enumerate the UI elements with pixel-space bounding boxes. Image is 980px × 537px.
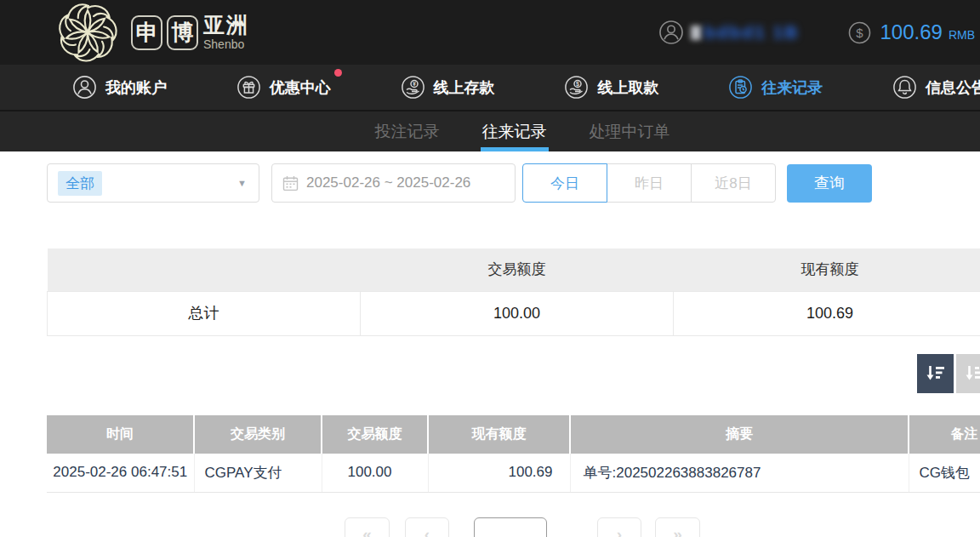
col-note: 备注 <box>909 415 980 454</box>
summary-header-transaction: 交易额度 <box>361 249 674 291</box>
cell-balance: 100.69 <box>428 454 570 493</box>
nav-item-my-account[interactable]: 我的账户 <box>72 75 167 100</box>
deposit-icon: ¥ <box>401 75 425 100</box>
calendar-icon <box>282 175 299 191</box>
balance-currency: RMB <box>949 28 975 42</box>
summary-total-transaction: 100.00 <box>361 291 674 335</box>
top-header: 申 博 亚洲 Shenbo bdbd1 1B $ 100.69 <box>0 0 980 65</box>
withdraw-icon: $ <box>564 75 589 100</box>
nav-label: 优惠中心 <box>270 77 331 98</box>
svg-text:¥: ¥ <box>413 81 416 87</box>
tab-transaction-records[interactable]: 往来记录 <box>481 111 549 151</box>
first-page-button[interactable]: « <box>345 517 390 537</box>
table-row: 2025-02-26 06:47:51 CGPAY支付 100.00 100.6… <box>47 454 980 493</box>
dollar-icon: $ <box>848 21 871 44</box>
record-tabs: 投注记录 往来记录 处理中订单 <box>0 110 980 151</box>
nav-item-promotions[interactable]: 优惠中心 <box>236 75 331 100</box>
nav-item-transaction-records[interactable]: 往来记录 <box>728 75 823 100</box>
sort-descending-button[interactable] <box>917 354 954 393</box>
summary-header-balance: 现有额度 <box>674 249 980 291</box>
summary-header-row: 交易额度 现有额度 <box>48 249 980 291</box>
svg-text:$: $ <box>576 81 579 88</box>
type-select[interactable]: 全部 ▼ <box>47 163 259 203</box>
summary-table: 交易额度 现有额度 总计 100.00 100.69 <box>47 249 980 336</box>
logo-char-shen: 申 <box>131 15 162 50</box>
sort-controls <box>47 354 980 393</box>
sort-descending-icon <box>926 363 946 384</box>
table-header-row: 时间 交易类别 交易额度 现有额度 摘要 备注 <box>47 415 980 454</box>
col-balance: 现有额度 <box>428 415 570 454</box>
main-nav: 我的账户 优惠中心 <box>0 65 980 110</box>
type-select-value: 全部 <box>58 171 102 196</box>
today-button[interactable]: 今日 <box>522 163 607 203</box>
col-type: 交易类别 <box>194 415 322 454</box>
summary-total-row: 总计 100.00 100.69 <box>48 291 980 335</box>
records-icon <box>728 75 753 100</box>
user-avatar-icon <box>658 20 684 45</box>
sort-ascending-icon <box>965 363 980 384</box>
search-button[interactable]: 查询 <box>787 164 872 203</box>
page-number-input[interactable] <box>474 517 547 537</box>
summary-total-label: 总计 <box>48 291 361 335</box>
col-amount: 交易额度 <box>322 415 428 454</box>
username-redacted-block <box>691 26 701 40</box>
cell-amount: 100.00 <box>322 454 428 493</box>
chevron-down-icon: ▼ <box>237 178 247 188</box>
summary-header-empty <box>48 249 361 291</box>
site-logo[interactable]: 申 博 亚洲 Shenbo <box>48 3 249 62</box>
cell-type: CGPAY支付 <box>194 454 322 493</box>
flower-logo-icon <box>48 3 127 62</box>
bell-icon <box>892 75 917 100</box>
sort-ascending-button[interactable] <box>956 354 980 393</box>
logo-char-bo: 博 <box>167 15 198 50</box>
balance-display[interactable]: $ 100.69 RMB <box>848 20 975 44</box>
yesterday-button[interactable]: 昨日 <box>607 163 692 203</box>
cell-summary: 单号:202502263883826787 <box>570 454 909 493</box>
cell-time: 2025-02-26 06:47:51 <box>47 454 194 493</box>
nav-label: 往来记录 <box>761 77 823 98</box>
pagination: « ‹ › » <box>0 517 980 537</box>
col-time: 时间 <box>47 415 194 454</box>
balance-amount: 100.69 <box>880 20 942 44</box>
filter-bar: 全部 ▼ 2025-02-26 ~ 2025-02-26 今日 昨日 近8日 查… <box>47 163 980 203</box>
user-icon <box>72 75 97 100</box>
transactions-table: 时间 交易类别 交易额度 现有额度 摘要 备注 2025-02-26 06:47… <box>47 415 980 494</box>
date-range-value: 2025-02-26 ~ 2025-02-26 <box>306 174 470 191</box>
date-range-picker[interactable]: 2025-02-26 ~ 2025-02-26 <box>271 163 516 203</box>
nav-label: 线上存款 <box>434 77 495 98</box>
user-account[interactable]: bdbd1 1B <box>658 20 800 45</box>
logo-region-text: 亚洲 <box>203 14 249 36</box>
nav-item-withdraw[interactable]: $ 线上取款 <box>564 75 658 100</box>
nav-label: 线上取款 <box>597 77 658 98</box>
previous-page-button[interactable]: ‹ <box>405 517 449 537</box>
last-page-button[interactable]: » <box>655 517 700 537</box>
quick-date-group: 今日 昨日 近8日 <box>522 163 776 203</box>
tab-processing-orders[interactable]: 处理中订单 <box>588 111 672 151</box>
col-summary: 摘要 <box>570 415 909 454</box>
username-redacted: bdbd1 1B <box>704 22 800 43</box>
svg-text:$: $ <box>857 26 864 40</box>
summary-total-balance: 100.69 <box>674 291 980 335</box>
nav-item-announcements[interactable]: 信息公告 <box>892 75 980 100</box>
cell-note: CG钱包 <box>909 454 980 493</box>
nav-label: 我的账户 <box>105 77 167 98</box>
last-8-days-button[interactable]: 近8日 <box>691 163 776 203</box>
next-page-button[interactable]: › <box>597 517 641 537</box>
notification-dot <box>334 69 342 77</box>
nav-item-deposit[interactable]: ¥ 线上存款 <box>401 75 495 100</box>
nav-label: 信息公告 <box>926 77 980 98</box>
logo-subtitle: Shenbo <box>203 38 249 50</box>
tab-bet-records[interactable]: 投注记录 <box>373 111 442 151</box>
gift-icon <box>236 75 261 100</box>
